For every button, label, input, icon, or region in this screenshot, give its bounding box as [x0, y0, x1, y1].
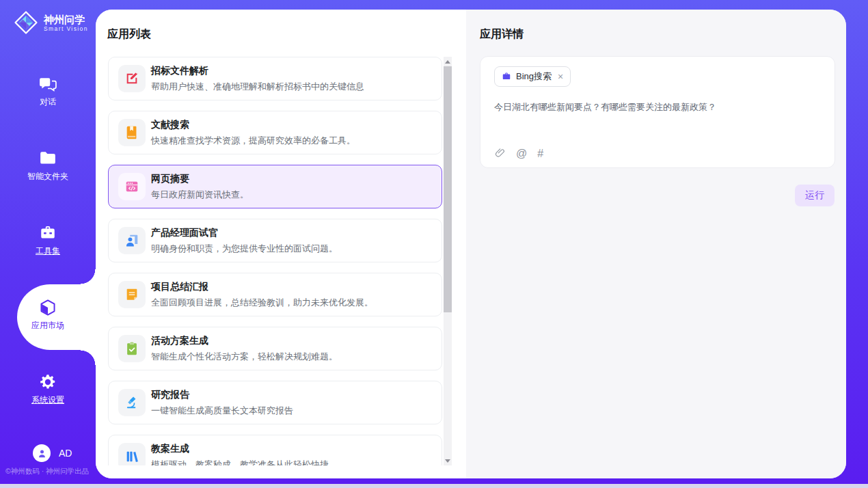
- scrollbar-thumb[interactable]: [444, 66, 452, 312]
- app-card-event-plan[interactable]: 活动方案生成 智能生成个性化活动方案，轻松解决规划难题。: [108, 327, 442, 370]
- app-name: 文献搜索: [151, 119, 355, 131]
- person-icon: [37, 448, 47, 459]
- prompt-toolbar: @ #: [494, 148, 543, 159]
- prompt-card: Bing搜索 × 今日湖北有哪些新闻要点？有哪些需要关注的最新政策？ @ #: [480, 56, 835, 168]
- books-icon: [118, 443, 146, 465]
- app-desc: 智能生成个性化活动方案，轻松解决规划难题。: [151, 351, 338, 363]
- hashtag-icon[interactable]: #: [537, 148, 543, 159]
- app-list: 招标文件解析 帮助用户快速、准确地理解和解析招标书中的关键信息 文献搜索 快速精…: [108, 57, 442, 465]
- app-detail-title: 应用详情: [480, 27, 524, 42]
- app-card-lesson-plan[interactable]: 教案生成 模板驱动，教案秒成，教学准备从此轻松快捷: [108, 435, 442, 465]
- clipboard-check-icon: [118, 335, 146, 362]
- app-name: 项目总结汇报: [151, 281, 373, 293]
- chat-icon: [39, 75, 57, 93]
- app-desc: 明确身份和职责，为您提供专业性的面试问题。: [151, 243, 338, 255]
- cube-icon: [39, 299, 57, 316]
- app-name: 产品经理面试官: [151, 227, 338, 239]
- avatar: [33, 444, 51, 462]
- sidebar-item-label: 智能文件夹: [27, 171, 68, 182]
- app-card-pm-interviewer[interactable]: 产品经理面试官 明确身份和职责，为您提供专业性的面试问题。: [108, 219, 442, 262]
- interviewer-icon: [118, 227, 146, 254]
- sidebar-item-label: 工具集: [36, 245, 60, 257]
- app-name: 研究报告: [151, 389, 293, 401]
- mention-icon[interactable]: @: [516, 148, 527, 159]
- scroll-down-button[interactable]: [444, 456, 452, 465]
- doc-edit-icon: [118, 65, 146, 92]
- app-list-title: 应用列表: [107, 27, 151, 42]
- user-account[interactable]: AD: [33, 444, 72, 462]
- app-desc: 模板驱动，教案秒成，教学准备从此轻松快捷: [151, 459, 329, 466]
- tool-chip-label: Bing搜索: [516, 70, 552, 83]
- prompt-input[interactable]: 今日湖北有哪些新闻要点？有哪些需要关注的最新政策？: [494, 100, 821, 114]
- user-initials: AD: [59, 448, 72, 459]
- app-card-literature-search[interactable]: 文献搜索 快速精准查找学术资源，提高研究效率的必备工具。: [108, 111, 442, 154]
- book-icon: [118, 119, 146, 146]
- briefcase-icon: [502, 72, 511, 81]
- chip-close-icon[interactable]: ×: [558, 72, 563, 81]
- bump-curve-top: [81, 269, 96, 284]
- gear-icon: [39, 373, 57, 391]
- sidebar-item-label: 对话: [40, 96, 56, 108]
- app-desc: 一键智能生成高质量长文本研究报告: [151, 405, 293, 417]
- microscope-icon: [118, 389, 146, 416]
- app-card-project-summary[interactable]: 项目总结汇报 全面回顾项目进展，总结经验教训，助力未来优化发展。: [108, 273, 442, 316]
- bump-curve-bottom: [81, 350, 96, 365]
- copyright-footer: ©神州数码 · 神州问学出品: [5, 467, 96, 476]
- app-name: 活动方案生成: [151, 335, 338, 347]
- app-detail-pane: 应用详情 Bing搜索 × 今日湖北有哪些新闻要点？有哪些需要关注的最新政策？ …: [466, 10, 846, 478]
- app-card-webpage-summary[interactable]: 网页摘要 每日政府新闻资讯快查。: [108, 165, 442, 208]
- app-desc: 每日政府新闻资讯快查。: [151, 189, 249, 201]
- run-button[interactable]: 运行: [795, 185, 835, 206]
- brand-subtitle: Smart Vision: [44, 25, 88, 32]
- sidebar-item-label: 应用市场: [31, 320, 64, 331]
- app-name: 教案生成: [151, 443, 329, 455]
- app-name: 招标文件解析: [151, 65, 364, 77]
- scroll-up-button[interactable]: [444, 57, 452, 66]
- sidebar-item-chat[interactable]: 对话: [0, 75, 96, 108]
- app-desc: 帮助用户快速、准确地理解和解析招标书中的关键信息: [151, 81, 364, 93]
- app-card-bid-doc-analysis[interactable]: 招标文件解析 帮助用户快速、准确地理解和解析招标书中的关键信息: [108, 57, 442, 100]
- toolbox-icon: [39, 224, 57, 242]
- app-name: 网页摘要: [151, 173, 249, 185]
- note-icon: [118, 281, 146, 308]
- sidebar: 神州问学 Smart Vision 对话 智能文件夹 工具集 应用市场: [0, 0, 96, 484]
- sidebar-item-app-market[interactable]: 应用市场: [0, 299, 96, 331]
- sidebar-item-toolset[interactable]: 工具集: [0, 224, 96, 257]
- sidebar-item-settings[interactable]: 系统设置: [0, 373, 96, 406]
- folder-icon: [39, 150, 57, 167]
- attachment-icon[interactable]: [494, 148, 506, 159]
- app-desc: 快速精准查找学术资源，提高研究效率的必备工具。: [151, 135, 355, 147]
- brand-title: 神州问学: [44, 14, 88, 25]
- tool-chip-bing-search[interactable]: Bing搜索 ×: [494, 66, 571, 87]
- app-desc: 全面回顾项目进展，总结经验教训，助力未来优化发展。: [151, 297, 373, 309]
- app-list-pane: 应用列表 招标文件解析 帮助用户快速、准确地理解和解析招标书中的关键信息: [96, 10, 466, 478]
- sidebar-item-smart-folder[interactable]: 智能文件夹: [0, 150, 96, 182]
- sidebar-item-label: 系统设置: [31, 394, 64, 406]
- list-scrollbar[interactable]: [444, 57, 452, 465]
- gem-logo-icon: [14, 10, 38, 35]
- brand-logo: 神州问学 Smart Vision: [14, 10, 88, 35]
- content-shell: 应用列表 招标文件解析 帮助用户快速、准确地理解和解析招标书中的关键信息: [96, 10, 846, 478]
- webpage-code-icon: [118, 173, 146, 200]
- app-card-research-report[interactable]: 研究报告 一键智能生成高质量长文本研究报告: [108, 381, 442, 424]
